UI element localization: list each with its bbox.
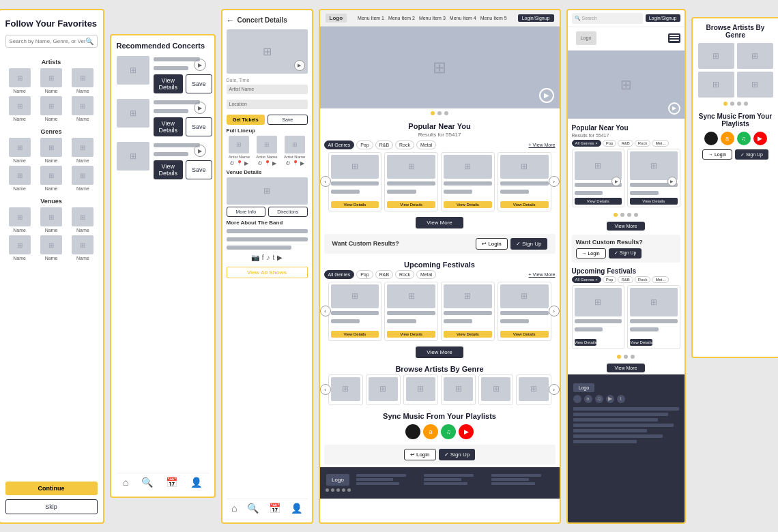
festivals-filter-pop[interactable]: Pop — [603, 276, 617, 283]
venue-item[interactable]: ⊞ Name — [5, 207, 34, 233]
artist-item[interactable]: ⊞ Name — [68, 68, 97, 93]
user-icon[interactable]: 👤 — [190, 477, 202, 488]
filter-metal[interactable]: Metal — [416, 141, 436, 149]
view-button[interactable]: View Details — [575, 198, 622, 205]
popular-view-more-button[interactable]: View More — [416, 217, 463, 228]
view-details-button[interactable]: View Details — [444, 201, 492, 208]
dot[interactable] — [617, 355, 621, 359]
artist-item[interactable]: ⊞ Name — [37, 96, 66, 121]
dot-2[interactable] — [437, 111, 442, 115]
festivals-filter-rb[interactable]: R&B — [375, 270, 393, 279]
genre-card[interactable]: ⊞ — [698, 43, 734, 69]
nav-item-2[interactable]: Menu Item 2 — [388, 16, 415, 20]
get-tickets-button[interactable]: Get Tickets — [227, 115, 265, 125]
filter-all-genres[interactable]: All Genres — [324, 141, 355, 149]
festivals-filter-all[interactable]: All Genres — [572, 276, 601, 283]
scroll-left-button[interactable]: ‹ — [320, 176, 331, 187]
more-info-button[interactable]: More Info — [227, 207, 266, 217]
artist-item[interactable]: ⊞ Name — [68, 96, 97, 121]
venue-item[interactable]: ⊞ Name — [68, 207, 97, 233]
save-button[interactable]: Save — [186, 74, 212, 93]
filter-rock[interactable]: Rock — [395, 141, 414, 149]
nav-item-3[interactable]: Menu Item 3 — [419, 16, 446, 20]
hero-play-icon[interactable]: ▶ — [294, 60, 305, 71]
sync-login-button[interactable]: ↩ Login — [404, 449, 436, 460]
search-bar[interactable]: 🔍 — [5, 35, 98, 48]
view-details-button[interactable]: View Details — [154, 160, 184, 179]
calendar-icon[interactable]: 📅 — [269, 503, 280, 514]
youtube-icon[interactable]: ▶ — [753, 132, 767, 145]
genre-scroll-left[interactable]: ‹ — [320, 384, 331, 395]
genre-item[interactable]: ⊞ Name — [68, 166, 97, 191]
genre-item[interactable]: ⊞ Name — [37, 138, 66, 163]
genre-item[interactable]: ⊞ Name — [5, 138, 34, 163]
filter-pop[interactable]: Pop — [356, 141, 373, 149]
search-icon[interactable]: 🔍 — [247, 503, 259, 514]
play-icon[interactable]: ▶ — [194, 59, 206, 71]
signup-button[interactable]: ✓ Sign Up — [735, 149, 768, 160]
view-all-shows-button[interactable]: View All Shows — [227, 267, 308, 278]
view-details-button[interactable]: View Details — [575, 339, 597, 346]
platform-icon-4[interactable]: ▶ — [606, 395, 614, 403]
platform-icon-5[interactable]: t — [617, 395, 625, 403]
hero-play-button[interactable]: ▶ — [668, 102, 680, 115]
directions-button[interactable]: Directions — [268, 207, 308, 217]
back-arrow-icon[interactable]: ← — [227, 16, 235, 25]
filter-rb[interactable]: R&B — [618, 140, 633, 147]
view-more-link[interactable]: + View More — [529, 143, 556, 147]
signup-button[interactable]: ✓ Sign Up — [609, 248, 642, 258]
filter-rb[interactable]: R&B — [375, 141, 393, 149]
play-icon[interactable]: ▶ — [194, 102, 206, 114]
scroll-right-button[interactable]: › — [549, 176, 560, 187]
panel5-login-button[interactable]: Login/Signup — [646, 14, 680, 22]
dot[interactable] — [614, 213, 618, 217]
filter-pop[interactable]: Pop — [603, 140, 617, 147]
calendar-icon[interactable]: 📅 — [166, 477, 177, 488]
dot-3[interactable] — [444, 111, 448, 115]
festivals-scroll-right[interactable]: › — [549, 306, 560, 316]
artist-item[interactable]: ⊞ Name — [37, 68, 66, 93]
dot-1[interactable] — [431, 111, 435, 115]
filter-all[interactable]: All Genres — [572, 140, 601, 147]
search-icon[interactable]: 🔍 — [141, 477, 153, 488]
spotify-icon[interactable]: ♫ — [441, 424, 456, 439]
venue-item[interactable]: ⊞ Name — [5, 235, 34, 261]
view-details-button[interactable]: View Details — [331, 201, 379, 208]
nav-item-4[interactable]: Menu Item 4 — [450, 16, 476, 20]
twitter-icon[interactable]: t — [273, 254, 275, 261]
amazon-music-icon[interactable]: a — [721, 132, 734, 145]
login-button[interactable]: → Login — [702, 149, 732, 160]
view-details-button[interactable]: View Details — [500, 331, 549, 338]
platform-icon-1[interactable] — [573, 395, 581, 403]
save-concert-button[interactable]: Save — [268, 115, 308, 125]
home-icon[interactable]: ⌂ — [123, 477, 128, 488]
dot[interactable] — [620, 213, 624, 217]
filter-rock[interactable]: Rock — [635, 140, 651, 147]
play-icon[interactable]: ▶ — [667, 177, 677, 186]
festivals-filter-met[interactable]: Met... — [652, 276, 669, 283]
dot-1[interactable] — [723, 102, 727, 106]
youtube-icon[interactable]: ▶ — [459, 424, 474, 439]
view-details-button[interactable]: View Details — [387, 331, 435, 338]
platform-icon-3[interactable]: ♫ — [595, 395, 603, 403]
view-details-button[interactable]: View Details — [500, 201, 549, 208]
venue-item[interactable]: ⊞ Name — [68, 235, 97, 261]
artist-item[interactable]: ⊞ Name — [5, 96, 34, 121]
festivals-filter-all[interactable]: All Genres — [324, 270, 355, 279]
view-details-button[interactable]: View Details — [331, 331, 379, 338]
user-icon[interactable]: 👤 — [291, 503, 302, 514]
spotify-icon[interactable]: ♫ — [737, 132, 751, 145]
view-details-button[interactable]: View Details — [154, 117, 184, 136]
nav-item-1[interactable]: Menu Item 1 — [358, 16, 384, 20]
instagram-icon[interactable]: 📷 — [251, 254, 259, 261]
view-details-button[interactable]: View Details — [444, 331, 492, 338]
festivals-filter-rock[interactable]: Rock — [395, 270, 414, 279]
dot-4[interactable] — [744, 102, 748, 106]
genre-item[interactable]: ⊞ Name — [37, 166, 66, 191]
festivals-scroll-left[interactable]: ‹ — [320, 306, 331, 316]
view-details-button[interactable]: View Details — [154, 74, 184, 93]
dot[interactable] — [631, 355, 635, 359]
tiktok-icon[interactable]: ♪ — [267, 254, 270, 261]
login-button[interactable]: ↩ Login — [476, 238, 508, 250]
platform-icon-2[interactable]: a — [584, 395, 592, 403]
